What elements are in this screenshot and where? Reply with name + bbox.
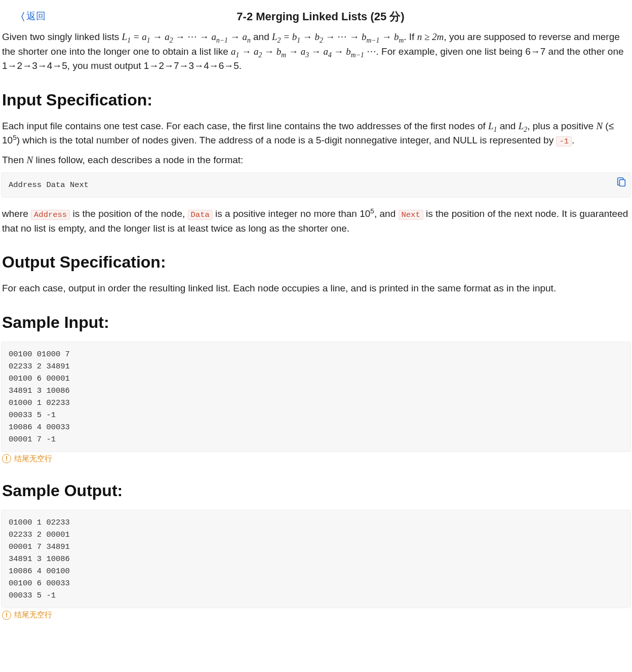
warning-note: 结尾无空行 — [1, 452, 52, 465]
math: n — [417, 31, 422, 42]
sample-input-code: 00100 01000 7 02233 2 34891 00100 6 0000… — [1, 342, 631, 452]
geq: ≥ — [422, 31, 432, 42]
sub: 1 — [127, 36, 131, 44]
input-spec-p1: Each input file contains one test case. … — [1, 119, 631, 148]
text: is a positive integer no more than 10 — [213, 208, 371, 219]
math: L — [122, 31, 128, 42]
text: Then — [2, 155, 27, 165]
math: a — [301, 46, 306, 57]
sub: m−1 — [351, 51, 364, 58]
text: . — [572, 135, 574, 145]
warning-note: 结尾无空行 — [1, 608, 52, 621]
code-format: Address Data Next — [1, 172, 631, 198]
sub: 2 — [320, 36, 323, 44]
math: a — [242, 31, 247, 42]
math: L — [519, 121, 524, 131]
math: b — [394, 31, 399, 42]
math: = b — [281, 31, 297, 42]
math: b — [276, 46, 282, 57]
math: b — [346, 46, 351, 57]
math: a — [165, 31, 170, 42]
arrow: → — [332, 46, 346, 57]
math: L — [272, 31, 278, 42]
sup: 5 — [370, 207, 374, 215]
sample-output-code: 01000 1 02233 02233 2 00001 00001 7 3489… — [1, 510, 631, 608]
input-spec-p2: Then N lines follow, each describes a no… — [1, 153, 631, 168]
sample-input-block: 00100 01000 7 02233 2 34891 00100 6 0000… — [1, 342, 631, 465]
math: a — [231, 46, 236, 57]
input-spec-heading: Input Specification: — [2, 88, 630, 112]
math: a — [323, 46, 328, 57]
code-next: Next — [399, 210, 423, 220]
text: where — [2, 208, 31, 219]
text: is the position of the node, — [70, 208, 187, 219]
problem-description: Given two singly linked lists L1 = a1 → … — [1, 30, 631, 73]
text: Given two singly linked lists — [2, 31, 122, 42]
code-data: Data — [188, 210, 213, 220]
math: b — [362, 31, 367, 42]
sup: 5 — [13, 134, 17, 141]
math: L — [488, 121, 494, 131]
code-neg1: -1 — [556, 136, 572, 146]
code-address: Address — [31, 210, 70, 220]
sub: 3 — [305, 51, 309, 58]
text: Each input file contains one test case. … — [2, 121, 488, 131]
input-spec-p3: where Address is the position of the nod… — [1, 207, 631, 236]
arrow: → — [300, 31, 315, 42]
sub: 4 — [328, 51, 332, 58]
clipboard-icon[interactable] — [616, 176, 627, 188]
text: . If — [404, 31, 417, 42]
sample-input-heading: Sample Input: — [2, 310, 630, 334]
text: and — [251, 31, 272, 42]
text: ) which is the total number of nodes giv… — [17, 135, 557, 145]
arrow: → — [239, 46, 254, 57]
math: a — [211, 31, 216, 42]
dots: ⋯ — [364, 46, 376, 57]
arrow: → — [286, 46, 301, 57]
text: , and — [374, 208, 399, 219]
arrow: → — [379, 31, 394, 42]
format-code-block: Address Data Next — [1, 172, 631, 198]
header-row: 返回 7-2 Merging Linked Lists (25 分) — [1, 5, 631, 30]
arrow: → — [309, 46, 324, 57]
sub: m−1 — [366, 36, 379, 44]
back-link[interactable]: 返回 — [15, 9, 46, 24]
math: a — [254, 46, 259, 57]
svg-rect-0 — [619, 179, 625, 186]
page-title: 7-2 Merging Linked Lists (25 分) — [46, 8, 596, 25]
math: b — [315, 31, 320, 42]
math: N — [27, 155, 33, 165]
text: lines follow, each describes a node in t… — [33, 155, 243, 165]
text: , plus a positive — [527, 121, 596, 131]
output-spec-p1: For each case, output in order the resul… — [1, 281, 631, 296]
sub: n−1 — [216, 36, 228, 44]
arrow: → — [228, 31, 243, 42]
sub: 1 — [147, 36, 150, 44]
text: and — [497, 121, 518, 131]
arrow: → — [150, 31, 165, 42]
dots: → ⋯ → — [173, 31, 211, 42]
math: = a — [131, 31, 147, 42]
math: 2m — [432, 31, 444, 42]
sub: m — [399, 36, 404, 44]
sub: n — [247, 36, 251, 44]
arrow: → — [262, 46, 276, 57]
sub: m — [281, 51, 286, 58]
math: N — [596, 121, 603, 131]
dots: → ⋯ → — [323, 31, 362, 42]
sample-output-heading: Sample Output: — [2, 478, 630, 503]
sample-output-block: 01000 1 02233 02233 2 00001 00001 7 3489… — [1, 510, 631, 621]
output-spec-heading: Output Specification: — [2, 250, 630, 274]
